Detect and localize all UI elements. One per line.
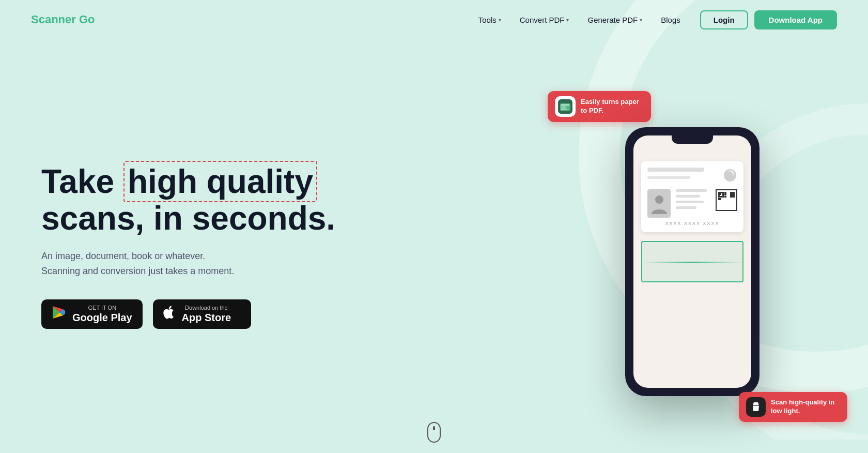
scan-line-box bbox=[641, 241, 743, 282]
badge-paper-to-pdf: Easily turns paper to PDF. bbox=[548, 91, 651, 122]
store-buttons: GET IT ON Google Play Download on the Ap… bbox=[41, 299, 351, 329]
svg-rect-9 bbox=[561, 107, 566, 108]
scroll-indicator bbox=[427, 422, 441, 443]
header: Scanner Go Tools ▾ Convert PDF ▾ Generat… bbox=[0, 0, 868, 39]
svg-point-11 bbox=[655, 195, 663, 204]
chevron-down-icon: ▾ bbox=[640, 17, 642, 23]
hero-section: Take high quality scans, in seconds. An … bbox=[0, 39, 868, 453]
chevron-down-icon: ▾ bbox=[499, 17, 501, 23]
phone-frame: XXXX XXXX XXXX bbox=[625, 127, 760, 396]
hero-subtitle: An image, document, book or whatever. Sc… bbox=[41, 249, 289, 279]
app-store-button[interactable]: Download on the App Store bbox=[153, 299, 251, 329]
scan-line bbox=[642, 262, 742, 263]
id-card-number: XXXX XXXX XXXX bbox=[647, 221, 737, 226]
download-app-button[interactable]: Download App bbox=[754, 10, 837, 29]
google-play-icon bbox=[52, 305, 66, 323]
nav-item-tools[interactable]: Tools ▾ bbox=[471, 11, 508, 28]
id-card-mockup: XXXX XXXX XXXX bbox=[641, 161, 743, 232]
chevron-down-icon: ▾ bbox=[566, 17, 569, 23]
google-play-button[interactable]: GET IT ON Google Play bbox=[41, 299, 143, 329]
login-button[interactable]: Login bbox=[700, 10, 748, 29]
svg-rect-10 bbox=[561, 109, 567, 110]
hero-content: Take high quality scans, in seconds. An … bbox=[41, 163, 351, 329]
phone-notch bbox=[672, 134, 713, 144]
scanner-app-icon bbox=[555, 96, 576, 117]
flashlight-icon bbox=[746, 397, 766, 417]
nav-item-generate-pdf[interactable]: Generate PDF ▾ bbox=[580, 11, 649, 28]
phone-screen: XXXX XXXX XXXX bbox=[633, 135, 751, 388]
nav-item-convert-pdf[interactable]: Convert PDF ▾ bbox=[513, 11, 577, 28]
main-nav: Tools ▾ Convert PDF ▾ Generate PDF ▾ Blo… bbox=[471, 11, 688, 28]
badge-low-light: Scan high-quality in low light. bbox=[739, 392, 847, 422]
phone-mockup-container: Easily turns paper to PDF. bbox=[610, 70, 775, 453]
scroll-mouse-icon bbox=[427, 422, 441, 443]
scroll-dot bbox=[433, 426, 435, 430]
svg-rect-8 bbox=[561, 104, 569, 105]
hero-title: Take high quality scans, in seconds. bbox=[41, 163, 351, 236]
logo[interactable]: Scanner Go bbox=[31, 13, 95, 26]
hero-title-highlight: high quality bbox=[123, 161, 317, 202]
apple-icon bbox=[163, 305, 176, 323]
nav-item-blogs[interactable]: Blogs bbox=[654, 11, 688, 28]
